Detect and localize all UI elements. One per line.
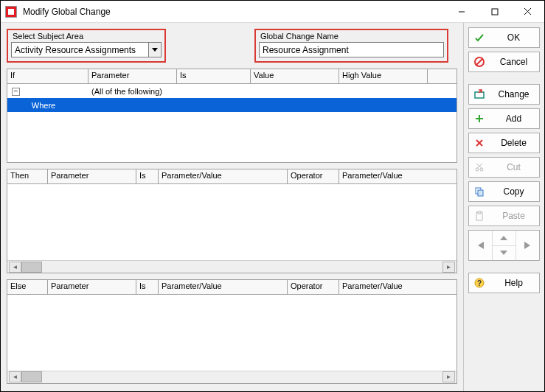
- delete-button[interactable]: Delete: [468, 133, 540, 153]
- scroll-left-button[interactable]: ◄: [9, 371, 21, 382]
- global-change-name-label: Global Change Name: [259, 32, 444, 41]
- title-bar: Modify Global Change: [1, 1, 544, 23]
- then-col-pv2[interactable]: Parameter/Value: [339, 169, 457, 183]
- scroll-track[interactable]: [21, 371, 442, 382]
- then-col-operator[interactable]: Operator: [288, 169, 339, 183]
- delete-label: Delete: [493, 138, 535, 148]
- else-grid: Else Parameter Is Parameter/Value Operat…: [7, 279, 457, 384]
- chevron-down-icon: [152, 48, 158, 52]
- triangle-left-icon: [478, 242, 484, 249]
- cancel-label: Cancel: [493, 57, 535, 67]
- window-title: Modify Global Change: [23, 7, 445, 17]
- maximize-icon: [491, 8, 499, 15]
- scissors-icon: [473, 162, 485, 172]
- copy-label: Copy: [493, 186, 535, 197]
- cancel-button[interactable]: Cancel: [468, 52, 540, 72]
- paste-button[interactable]: Paste: [468, 206, 540, 226]
- minimize-button[interactable]: [445, 1, 478, 22]
- subject-area-label: Select Subject Area: [11, 32, 162, 41]
- triangle-up-icon: [500, 236, 507, 240]
- else-scrollbar[interactable]: ◄ ►: [7, 371, 457, 383]
- svg-point-13: [480, 168, 483, 171]
- help-icon: ?: [473, 278, 485, 288]
- where-label: Where: [10, 101, 77, 110]
- if-col-high-value[interactable]: High Value: [339, 69, 428, 83]
- if-grid-body[interactable]: − (All of the following) Where: [7, 84, 457, 162]
- if-col-parameter[interactable]: Parameter: [88, 69, 177, 83]
- else-grid-header: Else Parameter Is Parameter/Value Operat…: [7, 280, 457, 295]
- scroll-left-button[interactable]: ◄: [9, 262, 21, 273]
- add-label: Add: [493, 113, 535, 124]
- svg-rect-17: [478, 190, 483, 196]
- then-col-pv1[interactable]: Parameter/Value: [159, 169, 288, 183]
- then-grid: Then Parameter Is Parameter/Value Operat…: [7, 169, 457, 273]
- then-scrollbar[interactable]: ◄ ►: [7, 260, 457, 273]
- then-grid-body[interactable]: [7, 184, 457, 260]
- if-grid: If Parameter Is Value High Value − (All …: [7, 69, 457, 163]
- nav-right-button[interactable]: [516, 231, 539, 260]
- scroll-track[interactable]: [21, 262, 442, 273]
- cut-button[interactable]: Cut: [468, 157, 540, 178]
- svg-marker-22: [500, 251, 507, 255]
- ok-button[interactable]: OK: [468, 27, 540, 48]
- check-icon: [473, 32, 485, 43]
- table-row-selected[interactable]: Where: [7, 98, 457, 112]
- triangle-down-icon: [500, 251, 507, 255]
- else-grid-body[interactable]: [7, 295, 457, 371]
- nav-down-button[interactable]: [493, 246, 516, 261]
- subject-area-dropdown-button[interactable]: [148, 42, 162, 57]
- change-icon: [473, 89, 485, 99]
- app-icon: [5, 6, 17, 18]
- else-col-pv1[interactable]: Parameter/Value: [159, 280, 288, 294]
- if-grid-header: If Parameter Is Value High Value: [7, 69, 457, 84]
- if-col-value[interactable]: Value: [251, 69, 339, 83]
- subject-area-select[interactable]: [11, 42, 162, 57]
- then-col-parameter[interactable]: Parameter: [48, 169, 136, 183]
- help-button[interactable]: ? Help: [468, 273, 540, 293]
- else-col-operator[interactable]: Operator: [288, 280, 339, 294]
- close-icon: [524, 7, 532, 15]
- tree-collapse-icon[interactable]: −: [12, 88, 20, 96]
- select-subject-area-group: Select Subject Area: [7, 29, 166, 63]
- copy-button[interactable]: Copy: [468, 181, 540, 202]
- maximize-button[interactable]: [478, 1, 511, 22]
- scroll-thumb[interactable]: [21, 262, 42, 273]
- nav-up-button[interactable]: [493, 231, 516, 246]
- help-label: Help: [493, 278, 535, 288]
- svg-rect-19: [478, 211, 481, 214]
- scroll-right-button[interactable]: ►: [442, 262, 455, 273]
- cut-label: Cut: [493, 162, 535, 172]
- subject-area-value[interactable]: [11, 42, 148, 57]
- else-col-pv2[interactable]: Parameter/Value: [339, 280, 457, 294]
- if-col-if[interactable]: If: [7, 69, 88, 83]
- copy-icon: [473, 186, 485, 197]
- table-row[interactable]: − (All of the following): [7, 84, 457, 98]
- nav-block: [468, 230, 540, 261]
- global-change-name-input[interactable]: [259, 42, 444, 57]
- else-col-parameter[interactable]: Parameter: [48, 280, 136, 294]
- add-button[interactable]: Add: [468, 108, 540, 129]
- if-col-is[interactable]: Is: [177, 69, 251, 83]
- nav-left-button[interactable]: [469, 231, 493, 260]
- else-col-is[interactable]: Is: [136, 280, 159, 294]
- if-row0-parameter: (All of the following): [88, 87, 177, 96]
- delete-icon: [473, 138, 485, 148]
- svg-line-6: [476, 59, 482, 65]
- close-button[interactable]: [511, 1, 544, 22]
- change-label: Change: [493, 89, 535, 99]
- svg-marker-4: [152, 48, 158, 52]
- scroll-right-button[interactable]: ►: [442, 371, 455, 382]
- scroll-thumb[interactable]: [21, 371, 42, 382]
- svg-marker-21: [500, 236, 507, 240]
- else-col-else[interactable]: Else: [7, 280, 48, 294]
- window-controls: [445, 1, 544, 22]
- minimize-icon: [458, 8, 465, 15]
- svg-text:?: ?: [477, 279, 482, 287]
- paste-icon: [473, 211, 485, 221]
- side-panel: OK Cancel Change Add: [463, 23, 544, 391]
- paste-label: Paste: [493, 211, 535, 221]
- triangle-right-icon: [524, 242, 530, 249]
- then-col-is[interactable]: Is: [136, 169, 159, 183]
- then-col-then[interactable]: Then: [7, 169, 48, 183]
- change-button[interactable]: Change: [468, 84, 540, 105]
